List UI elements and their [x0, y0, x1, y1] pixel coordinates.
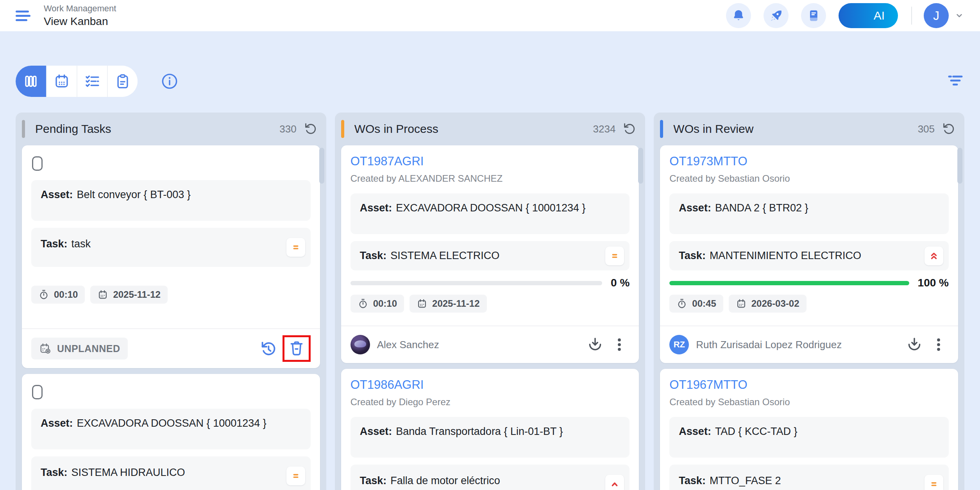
whats-new-button[interactable] [764, 3, 789, 28]
refresh-icon [303, 122, 317, 136]
info-icon [161, 72, 179, 90]
assignee: RZ Ruth Zurisadai Lopez Rodriguez [669, 335, 842, 354]
delete-button[interactable] [286, 338, 307, 359]
clipboard-view-icon [114, 73, 131, 89]
undo-button[interactable] [258, 338, 279, 359]
progress-track [351, 281, 602, 285]
column-refresh-button[interactable] [303, 122, 318, 136]
priority-badge[interactable] [605, 247, 624, 265]
priority-badge[interactable] [286, 467, 305, 485]
column-accent-bar [660, 120, 663, 138]
column-header: WOs in Process 3234 [335, 113, 646, 145]
task-field: Task:MTTO_FASE 2 [669, 465, 949, 490]
tab-list-view[interactable] [77, 66, 107, 97]
info-button[interactable] [160, 72, 179, 91]
column-refresh-button[interactable] [941, 122, 956, 136]
task-label: Task: [41, 467, 68, 478]
filter-button[interactable] [946, 72, 964, 90]
timer-icon [358, 298, 368, 309]
column-wos-in-review: WOs in Review 305 OT1973MTTO Created by … [654, 113, 964, 490]
kanban-board: Pending Tasks 330 Asset:Belt conveyor { … [16, 113, 964, 490]
asset-field: Asset:Belt conveyor { BT-003 } [31, 180, 311, 221]
task-checkbox[interactable] [32, 156, 43, 171]
kanban-page: Work Management View Kanban AI J [0, 0, 980, 490]
calendar-icon [736, 298, 747, 309]
time-value: 00:45 [692, 298, 716, 309]
asset-label: Asset: [41, 189, 73, 200]
task-checkbox[interactable] [32, 385, 43, 399]
view-toolbar [16, 66, 964, 97]
task-value: task [72, 238, 91, 250]
refresh-icon [941, 122, 955, 136]
workorder-link[interactable]: OT1973MTTO [669, 154, 949, 168]
workorder-link[interactable]: OT1987AGRI [351, 154, 630, 168]
column-refresh-button[interactable] [622, 122, 637, 136]
task-value: MTTO_FASE 2 [710, 475, 781, 486]
tab-orders-view[interactable] [107, 66, 138, 97]
assignee-avatar: RZ [669, 335, 689, 354]
priority-badge[interactable] [605, 475, 624, 490]
task-card[interactable]: Asset:Belt conveyor { BT-003 } Task:task… [22, 145, 320, 368]
workorder-card[interactable]: OT1987AGRI Created by ALEXANDER SANCHEZ … [341, 145, 639, 363]
checklist-view-icon [84, 73, 100, 89]
tab-kanban-view[interactable] [16, 66, 46, 97]
created-by: Created by Sebastian Osorio [669, 173, 949, 184]
notifications-button[interactable] [726, 3, 751, 28]
asset-label: Asset: [679, 202, 711, 214]
workorder-card[interactable]: OT1967MTTO Created by Sebastian Osorio A… [660, 369, 958, 490]
column-count: 330 [279, 123, 296, 135]
tab-calendar-view[interactable] [46, 66, 77, 97]
column-cards: OT1987AGRI Created by ALEXANDER SANCHEZ … [335, 145, 646, 490]
page-title: View Kanban [44, 14, 116, 28]
column-scrollbar[interactable] [638, 148, 643, 184]
notes-button[interactable] [801, 3, 826, 28]
asset-label: Asset: [679, 426, 711, 437]
priority-highest-icon [928, 250, 940, 262]
more-options-button[interactable] [609, 334, 629, 355]
priority-medium-icon [290, 470, 302, 482]
column-title: WOs in Process [354, 122, 438, 136]
asset-label: Asset: [360, 202, 392, 214]
date-value: 2026-03-02 [751, 298, 799, 309]
ai-assistant-button[interactable]: AI [839, 3, 898, 28]
priority-badge[interactable] [925, 475, 943, 490]
priority-medium-icon [290, 241, 302, 253]
assignee-avatar [351, 335, 370, 354]
journal-icon [807, 9, 821, 23]
priority-badge[interactable] [925, 247, 943, 265]
ai-label: AI [874, 9, 885, 22]
column-scrollbar[interactable] [319, 148, 324, 184]
workorder-card[interactable]: OT1986AGRI Created by Diego Perez Asset:… [341, 369, 639, 490]
calendar-icon [417, 298, 427, 309]
progress: 100 % [669, 277, 949, 289]
app-title: Work Management [44, 3, 116, 14]
chevron-down-icon[interactable] [954, 11, 964, 21]
download-button[interactable] [585, 334, 605, 355]
asset-value: Belt conveyor { BT-003 } [77, 189, 191, 200]
task-field: Task:SISTEMA ELECTRICO [351, 241, 630, 270]
column-scrollbar[interactable] [957, 148, 962, 184]
progress-fill [669, 281, 909, 285]
date-value: 2025-11-12 [113, 289, 160, 300]
kanban-view-icon [23, 73, 39, 89]
time-chip: 00:10 [31, 286, 85, 304]
user-avatar[interactable]: J [924, 3, 949, 28]
column-header: Pending Tasks 330 [16, 113, 326, 145]
column-cards: OT1973MTTO Created by Sebastian Osorio A… [654, 145, 964, 490]
title-block: Work Management View Kanban [44, 3, 116, 28]
priority-badge[interactable] [286, 238, 305, 257]
workorder-link[interactable]: OT1967MTTO [669, 377, 949, 392]
progress: 0 % [351, 277, 630, 289]
task-card[interactable]: Asset:EXCAVADORA DOOSSAN { 10001234 } Ta… [22, 374, 320, 490]
view-switcher [16, 66, 138, 97]
more-options-button[interactable] [928, 334, 949, 355]
card-footer: Alex Sanchez [341, 325, 639, 363]
asset-value: TAD { KCC-TAD } [715, 426, 798, 437]
download-button[interactable] [904, 334, 925, 355]
bell-icon [731, 9, 746, 23]
workorder-link[interactable]: OT1986AGRI [351, 377, 630, 392]
menu-icon[interactable] [16, 8, 34, 23]
created-by: Created by ALEXANDER SANCHEZ [351, 173, 630, 184]
workorder-card[interactable]: OT1973MTTO Created by Sebastian Osorio A… [660, 145, 958, 363]
asset-field: Asset:TAD { KCC-TAD } [669, 417, 949, 458]
